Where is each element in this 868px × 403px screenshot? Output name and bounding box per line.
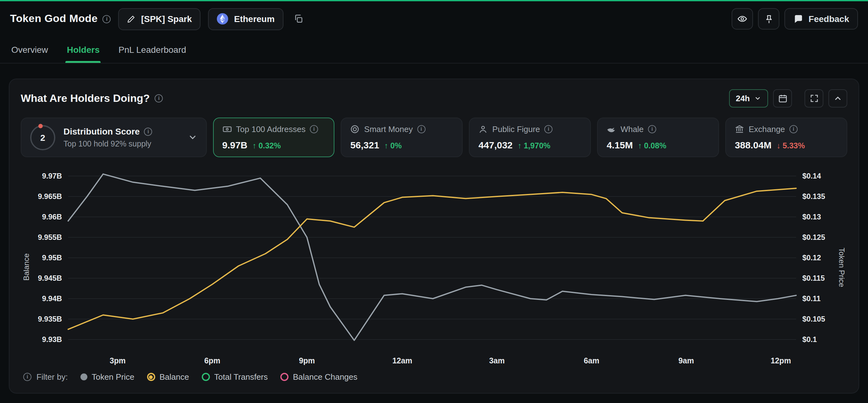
chevron-up-icon bbox=[833, 94, 842, 103]
legend-token-price[interactable]: Token Price bbox=[81, 372, 134, 382]
distribution-score-card[interactable]: 2 Distribution Score Top 100 hold 92% su… bbox=[21, 118, 207, 157]
svg-text:9.96B: 9.96B bbox=[42, 213, 62, 221]
svg-text:9.955B: 9.955B bbox=[38, 233, 62, 241]
app-header: Token God Mode [SPK] Spark Ethereum bbox=[0, 1, 868, 36]
bank-icon bbox=[735, 124, 744, 134]
svg-text:9.935B: 9.935B bbox=[38, 315, 62, 323]
eye-icon bbox=[738, 14, 748, 24]
svg-text:9.95B: 9.95B bbox=[42, 253, 62, 262]
feedback-label: Feedback bbox=[809, 14, 849, 24]
token-selector[interactable]: [SPK] Spark bbox=[119, 8, 201, 30]
chevron-down-icon[interactable] bbox=[188, 133, 197, 142]
timeframe-dropdown[interactable]: 24h bbox=[729, 89, 768, 107]
metric-value: 56,321 bbox=[350, 140, 379, 150]
distribution-score-title: Distribution Score bbox=[63, 126, 140, 136]
metric-label: Exchange bbox=[749, 124, 785, 134]
legend-label: Total Transfers bbox=[214, 372, 268, 382]
metric-value: 4.15M bbox=[607, 140, 632, 150]
svg-text:6am: 6am bbox=[584, 356, 600, 365]
pencil-icon bbox=[127, 15, 135, 23]
chevron-down-icon bbox=[754, 95, 761, 102]
svg-text:$0.105: $0.105 bbox=[802, 315, 825, 323]
main-content: What Are Holders Doing? 24h bbox=[0, 63, 868, 394]
left-axis-title: Balance bbox=[21, 167, 32, 367]
metric-change: ↑ 0.32% bbox=[252, 142, 281, 150]
metric-card-smart-money[interactable]: Smart Money 56,321 ↑ 0% bbox=[341, 118, 463, 157]
distribution-score-value: 2 bbox=[30, 125, 55, 150]
metric-value: 388.04M bbox=[735, 140, 772, 150]
distribution-score-subtitle: Top 100 hold 92% supply bbox=[63, 140, 180, 148]
info-icon[interactable] bbox=[155, 94, 163, 102]
info-icon[interactable] bbox=[23, 373, 31, 381]
pin-icon bbox=[764, 14, 774, 24]
token-price-marker-icon bbox=[81, 373, 87, 380]
svg-text:9pm: 9pm bbox=[299, 356, 315, 365]
score-indicator-dot bbox=[38, 124, 43, 128]
chain-selector[interactable]: Ethereum bbox=[208, 8, 283, 30]
svg-text:9am: 9am bbox=[679, 356, 694, 365]
legend-balance[interactable]: Balance bbox=[147, 372, 189, 382]
info-icon[interactable] bbox=[544, 125, 553, 133]
svg-text:$0.135: $0.135 bbox=[802, 192, 825, 200]
info-icon[interactable] bbox=[144, 127, 152, 135]
app: Token God Mode [SPK] Spark Ethereum bbox=[0, 0, 868, 403]
info-icon[interactable] bbox=[417, 125, 425, 133]
token-selector-label: [SPK] Spark bbox=[141, 14, 192, 24]
watchlist-button[interactable] bbox=[732, 8, 753, 30]
metric-cards-row: 2 Distribution Score Top 100 hold 92% su… bbox=[21, 118, 847, 157]
metric-change: ↑ 0.08% bbox=[638, 142, 666, 150]
balance-changes-marker-icon bbox=[280, 373, 288, 381]
svg-text:3am: 3am bbox=[489, 356, 505, 365]
svg-text:$0.11: $0.11 bbox=[802, 294, 820, 303]
svg-text:$0.1: $0.1 bbox=[802, 335, 817, 344]
filter-by-label: Filter by: bbox=[36, 372, 68, 382]
legend-label: Token Price bbox=[92, 372, 134, 382]
tab-pnl-leaderboard[interactable]: PnL Leaderboard bbox=[119, 36, 186, 63]
svg-text:$0.14: $0.14 bbox=[802, 172, 821, 180]
tab-overview[interactable]: Overview bbox=[11, 36, 48, 63]
copy-address-button[interactable] bbox=[291, 11, 306, 26]
svg-text:9.965B: 9.965B bbox=[38, 192, 62, 200]
copy-icon bbox=[293, 14, 304, 24]
svg-text:$0.13: $0.13 bbox=[802, 213, 821, 221]
coin-icon bbox=[350, 124, 360, 134]
metric-card-whale[interactable]: Whale 4.15M ↑ 0.08% bbox=[597, 118, 719, 157]
svg-text:$0.115: $0.115 bbox=[802, 274, 825, 282]
svg-text:3pm: 3pm bbox=[110, 356, 126, 365]
svg-text:9.94B: 9.94B bbox=[42, 294, 62, 303]
calendar-button[interactable] bbox=[773, 89, 792, 107]
holders-activity-chart[interactable]: 9.93B$0.19.935B$0.1059.94B$0.119.945B$0.… bbox=[32, 167, 836, 367]
pin-button[interactable] bbox=[758, 8, 780, 30]
metric-card-public-figure[interactable]: Public Figure 447,032 ↑ 1,970% bbox=[469, 118, 591, 157]
fullscreen-button[interactable] bbox=[805, 89, 824, 107]
metric-card-top-100-addresses[interactable]: Top 100 Addresses 9.97B ↑ 0.32% bbox=[213, 118, 335, 157]
svg-text:9.945B: 9.945B bbox=[38, 274, 62, 282]
svg-text:$0.125: $0.125 bbox=[802, 233, 825, 241]
metric-change: ↑ 0% bbox=[384, 142, 402, 150]
svg-text:9.93B: 9.93B bbox=[42, 335, 62, 344]
ethereum-icon bbox=[217, 13, 228, 25]
holders-panel: What Are Holders Doing? 24h bbox=[9, 79, 859, 394]
main-tabs: Overview Holders PnL Leaderboard bbox=[0, 36, 868, 63]
metric-change: ↓ 5.33% bbox=[777, 142, 805, 150]
chain-selector-label: Ethereum bbox=[234, 14, 275, 24]
svg-text:12am: 12am bbox=[392, 356, 412, 365]
feedback-button[interactable]: Feedback bbox=[785, 8, 858, 30]
info-icon[interactable] bbox=[648, 125, 656, 133]
total-transfers-marker-icon bbox=[202, 373, 210, 381]
timeframe-value: 24h bbox=[736, 94, 750, 103]
page-title: Token God Mode bbox=[10, 12, 98, 25]
info-icon[interactable] bbox=[310, 125, 318, 133]
svg-text:12pm: 12pm bbox=[771, 356, 791, 365]
info-icon[interactable] bbox=[789, 125, 798, 133]
legend-balance-changes[interactable]: Balance Changes bbox=[280, 372, 357, 382]
legend-total-transfers[interactable]: Total Transfers bbox=[202, 372, 268, 382]
metric-card-exchange[interactable]: Exchange 388.04M ↓ 5.33% bbox=[725, 118, 847, 157]
expand-icon bbox=[809, 94, 819, 103]
tab-holders[interactable]: Holders bbox=[67, 36, 100, 63]
collapse-button[interactable] bbox=[828, 89, 847, 107]
metric-change: ↑ 1,970% bbox=[518, 142, 550, 150]
info-icon[interactable] bbox=[103, 15, 111, 23]
person-icon bbox=[478, 124, 488, 134]
chat-bubble-icon bbox=[794, 14, 804, 24]
